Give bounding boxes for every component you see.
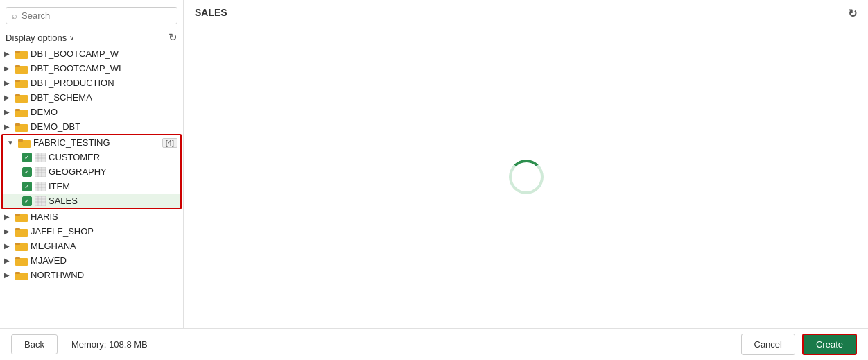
display-options-label[interactable]: Display options ∨ [6, 33, 74, 43]
right-content [184, 25, 868, 328]
svg-rect-14 [35, 153, 46, 162]
expand-icon: ▶ [4, 94, 15, 101]
tree-item-dbt-production[interactable]: ▶ DBT_PRODUCTION [0, 76, 183, 90]
expand-icon: ▶ [4, 228, 15, 235]
tree-item-demo[interactable]: ▶ DEMO [0, 105, 183, 119]
folder-icon [15, 227, 28, 237]
refresh-icon-top-right[interactable]: ↻ [848, 7, 857, 20]
svg-rect-9 [15, 109, 20, 111]
expand-icon: ▶ [4, 65, 15, 72]
expand-icon: ▶ [4, 242, 15, 250]
fabric-testing-header[interactable]: ▼ FABRIC_TESTING [4] [3, 135, 180, 150]
svg-rect-43 [15, 272, 20, 274]
right-header: SALES ↻ [184, 0, 868, 25]
loading-spinner [509, 160, 544, 194]
child-item-sales[interactable]: ✓ SALES [3, 194, 180, 208]
bottom-bar: Back Memory: 108.8 MB Cancel Create [0, 328, 868, 360]
display-options-text: Display options [6, 33, 67, 43]
tree-label: MEGHANA [31, 241, 180, 251]
folder-icon [15, 49, 28, 59]
checkbox-sales[interactable]: ✓ [22, 196, 32, 206]
folder-icon [15, 256, 28, 266]
folder-icon [15, 64, 28, 74]
tree-scroll-wrapper: ▶ DBT_BOOTCAMP_W ▶ DBT_BOOTCAMP_WI [0, 46, 183, 328]
tree-item-dbt-bootcamp-w[interactable]: ▶ DBT_BOOTCAMP_W [0, 46, 183, 61]
table-icon [35, 182, 46, 191]
table-icon [35, 196, 46, 206]
item-label: ITEM [49, 181, 177, 191]
tree-label: HARIS [31, 212, 180, 222]
tree-item-jaffle-shop[interactable]: ▶ JAFFLE_SHOP [0, 224, 183, 239]
customer-label: CUSTOMER [49, 152, 177, 162]
tree-item-haris[interactable]: ▶ HARIS [0, 209, 183, 224]
search-input[interactable] [21, 10, 171, 21]
display-options-row: Display options ∨ ↻ [0, 28, 183, 46]
refresh-button[interactable]: ↻ [168, 31, 177, 44]
svg-rect-37 [15, 228, 20, 230]
fabric-testing-label: FABRIC_TESTING [33, 137, 159, 148]
search-box[interactable]: ⌕ [6, 7, 177, 24]
svg-rect-29 [35, 196, 46, 206]
svg-rect-5 [15, 80, 20, 82]
svg-rect-3 [15, 65, 20, 67]
folder-icon [15, 78, 28, 88]
expand-icon: ▶ [4, 123, 15, 130]
chevron-down-icon: ∨ [69, 34, 74, 42]
table-icon [35, 167, 46, 177]
tree-container[interactable]: ▶ DBT_BOOTCAMP_W ▶ DBT_BOOTCAMP_WI [0, 46, 183, 328]
folder-icon [15, 241, 28, 251]
tree-label: DBT_SCHEMA [31, 92, 180, 103]
tree-item-demo-dbt[interactable]: ▶ DEMO_DBT [0, 119, 183, 134]
svg-rect-41 [15, 257, 20, 259]
child-item-item[interactable]: ✓ ITEM [3, 179, 180, 194]
search-icon: ⌕ [12, 10, 17, 21]
expand-icon: ▶ [4, 213, 15, 221]
expand-icon: ▶ [4, 108, 15, 116]
checkbox-geography[interactable]: ✓ [22, 167, 32, 177]
svg-rect-35 [15, 214, 20, 216]
tree-label: DBT_BOOTCAMP_W [31, 49, 180, 59]
bottom-right: Cancel Create [741, 334, 858, 355]
svg-rect-13 [18, 139, 23, 142]
folder-icon [15, 93, 28, 103]
tree-label: DBT_PRODUCTION [31, 78, 180, 88]
svg-rect-19 [35, 167, 46, 177]
tree-item-dbt-bootcamp-wi[interactable]: ▶ DBT_BOOTCAMP_WI [0, 61, 183, 76]
tree-item-northwnd[interactable]: ▶ NORTHWND [0, 268, 183, 282]
right-panel: SALES ↻ [184, 0, 868, 328]
fabric-testing-group: ▼ FABRIC_TESTING [4] ✓ [1, 134, 182, 209]
svg-rect-11 [15, 123, 20, 126]
tree-label: DEMO_DBT [31, 121, 180, 132]
expand-icon: ▶ [4, 50, 15, 58]
collapse-icon: ▼ [7, 139, 18, 146]
expand-icon: ▶ [4, 79, 15, 87]
left-panel: ⌕ Display options ∨ ↻ ▶ DBT_BOO [0, 0, 184, 328]
tree-item-dbt-schema[interactable]: ▶ DBT_SCHEMA [0, 90, 183, 105]
tree-label: JAFFLE_SHOP [31, 226, 180, 237]
svg-rect-24 [35, 182, 46, 191]
expand-icon: ▶ [4, 271, 15, 279]
memory-label: Memory: 108.8 MB [71, 339, 148, 350]
tree-label: DEMO [31, 107, 180, 117]
svg-rect-39 [15, 243, 20, 245]
fabric-testing-badge: [4] [162, 138, 177, 148]
folder-icon [15, 212, 28, 222]
expand-icon: ▶ [4, 257, 15, 264]
folder-icon [15, 108, 28, 117]
sales-label: SALES [49, 196, 177, 206]
checkbox-item[interactable]: ✓ [22, 182, 32, 191]
folder-icon [15, 122, 28, 132]
cancel-button[interactable]: Cancel [741, 334, 795, 355]
right-panel-title: SALES [195, 7, 227, 18]
folder-icon [18, 138, 31, 148]
checkbox-customer[interactable]: ✓ [22, 153, 32, 162]
back-button[interactable]: Back [11, 334, 58, 354]
tree-label: DBT_BOOTCAMP_WI [31, 63, 180, 74]
tree-item-mjaved[interactable]: ▶ MJAVED [0, 253, 183, 268]
child-item-customer[interactable]: ✓ CUSTOMER [3, 150, 180, 164]
child-item-geography[interactable]: ✓ GEOGRAPHY [3, 164, 180, 179]
create-button[interactable]: Create [802, 334, 857, 355]
tree-item-meghana[interactable]: ▶ MEGHANA [0, 239, 183, 253]
table-icon [35, 153, 46, 162]
svg-rect-1 [15, 51, 20, 53]
